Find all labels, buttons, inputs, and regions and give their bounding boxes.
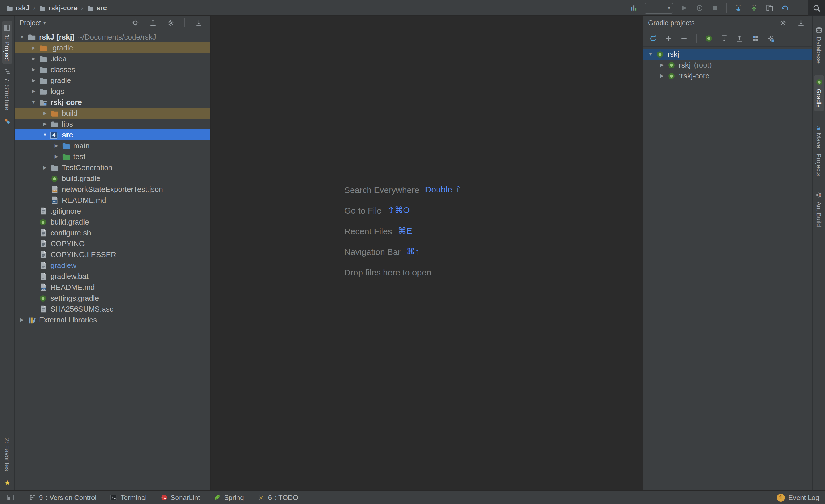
settings-icon[interactable] xyxy=(776,16,790,30)
chevron-collapsed-icon[interactable]: ▶ xyxy=(29,56,39,61)
shortcut-label: Search Everywhere xyxy=(344,185,420,194)
locate-icon[interactable] xyxy=(128,16,142,30)
tree-row[interactable]: COPYING xyxy=(15,238,210,249)
tree-row[interactable]: ▼rskJ [rskj]~/Documents/code/rskJ xyxy=(15,31,210,43)
status-item--version-control[interactable]: 9: Version Control xyxy=(29,493,96,501)
chevron-expanded-icon[interactable]: ▼ xyxy=(17,34,27,39)
toolwindow-tab-gradle[interactable]: Gradle xyxy=(814,75,824,111)
gradle-settings-icon[interactable] xyxy=(764,32,777,45)
toolwindow-tab-label: 2: Favorites xyxy=(4,438,11,471)
toolwindow-tab-database[interactable]: Database xyxy=(814,23,824,67)
breadcrumb-item[interactable]: rskj-core xyxy=(39,4,77,12)
toolwindow-tab-plugin[interactable] xyxy=(2,114,12,129)
status-item-terminal[interactable]: Terminal xyxy=(110,493,147,501)
vcs-update-icon[interactable]: VCS xyxy=(732,1,745,15)
search-everywhere-button[interactable] xyxy=(808,0,825,16)
add-icon[interactable] xyxy=(662,32,675,45)
source-folder-icon: 4 xyxy=(50,130,59,140)
toolwindow-tab-7-structure[interactable]: 7: Structure xyxy=(2,65,12,114)
tree-row[interactable]: ▶test xyxy=(15,151,210,162)
chevron-collapsed-icon[interactable]: ▶ xyxy=(29,67,39,72)
tree-row[interactable]: ▶classes xyxy=(15,64,210,75)
diff-icon[interactable] xyxy=(762,1,776,15)
tree-row[interactable]: ▶gradle xyxy=(15,75,210,86)
settings-icon[interactable] xyxy=(164,16,177,30)
chevron-collapsed-icon[interactable]: ▶ xyxy=(29,89,39,94)
tree-row[interactable]: COPYING.LESSER xyxy=(15,249,210,260)
tree-item-label: .idea xyxy=(51,53,66,64)
remove-icon[interactable] xyxy=(678,32,690,45)
tree-row[interactable]: build.gradle xyxy=(15,217,210,227)
refresh-icon[interactable] xyxy=(647,32,659,45)
collapse-all-icon[interactable] xyxy=(146,16,160,30)
tree-row[interactable]: ▶TestGeneration xyxy=(15,162,210,173)
chevron-collapsed-icon[interactable]: ▶ xyxy=(52,143,61,148)
tree-row[interactable]: SHA256SUMS.asc xyxy=(15,304,210,315)
tree-row[interactable]: ▼4src xyxy=(15,130,210,140)
toolwindows-icon[interactable] xyxy=(6,493,15,502)
toolwindow-tab-ant-build[interactable]: Ant Build xyxy=(814,188,824,230)
chevron-collapsed-icon[interactable]: ▶ xyxy=(52,154,61,159)
status-item--todo[interactable]: 6: TODO xyxy=(258,493,298,501)
shortcut-label: Drop files here to open xyxy=(344,267,431,277)
tree-row[interactable]: configure.sh xyxy=(15,227,210,238)
gradle-icon[interactable] xyxy=(702,32,715,45)
expand-all-icon[interactable] xyxy=(718,32,731,45)
tree-row[interactable]: build.gradle xyxy=(15,173,210,184)
plugin-toolwindow-icon xyxy=(3,118,11,125)
tree-row[interactable]: ▶main xyxy=(15,140,210,151)
event-log-button[interactable]: 1Event Log xyxy=(777,493,819,501)
gradle-icon xyxy=(656,50,665,59)
chevron-collapsed-icon[interactable]: ▶ xyxy=(29,45,39,51)
hide-icon[interactable] xyxy=(794,16,808,30)
tree-row[interactable]: ▼rskj-core xyxy=(15,97,210,108)
tree-row[interactable]: MDREADME.md xyxy=(15,195,210,205)
tree-row[interactable]: ▶rskj(root) xyxy=(644,60,812,70)
tree-row[interactable]: gradlew.bat xyxy=(15,271,210,282)
tree-row[interactable]: ▶:rskj-core xyxy=(644,70,812,81)
play-icon[interactable] xyxy=(677,1,691,15)
toolwindow-tab-1-project[interactable]: 1: Project xyxy=(2,21,12,65)
status-item-sonarlint[interactable]: SonarLint xyxy=(160,493,200,501)
group-modules-icon[interactable] xyxy=(749,32,761,45)
tree-row[interactable]: gradlew xyxy=(15,260,210,271)
sync-icon[interactable] xyxy=(627,1,641,15)
chevron-collapsed-icon[interactable]: ▶ xyxy=(40,110,50,116)
chevron-collapsed-icon[interactable]: ▶ xyxy=(17,317,27,322)
chevron-expanded-icon[interactable]: ▼ xyxy=(40,132,50,138)
tree-row[interactable]: settings.gradle xyxy=(15,293,210,304)
tree-row[interactable]: MDREADME.md xyxy=(15,282,210,293)
star-icon[interactable]: ★ xyxy=(3,478,12,487)
chevron-collapsed-icon[interactable]: ▶ xyxy=(40,121,50,127)
tree-row[interactable]: ▶logs xyxy=(15,86,210,97)
tree-row[interactable]: ▶.gradle xyxy=(15,43,210,53)
project-view-selector[interactable]: Project ▾ xyxy=(19,19,46,27)
tree-item-label: SHA256SUMS.asc xyxy=(51,304,114,315)
chevron-collapsed-icon[interactable]: ▶ xyxy=(657,73,667,78)
stop-icon[interactable] xyxy=(708,1,722,15)
rollback-icon[interactable] xyxy=(778,1,792,15)
collapse-all-icon[interactable] xyxy=(733,32,746,45)
chevron-collapsed-icon[interactable]: ▶ xyxy=(657,63,667,68)
chevron-collapsed-icon[interactable]: ▶ xyxy=(40,165,50,170)
toolwindow-tab-maven-projects[interactable]: mMaven Projects xyxy=(814,119,824,180)
tree-row[interactable]: ▶build xyxy=(15,108,210,118)
tree-row[interactable]: ▶External Libraries xyxy=(15,315,210,325)
breadcrumb-item[interactable]: src xyxy=(87,4,107,12)
tree-row[interactable]: .gitignore xyxy=(15,205,210,217)
status-item-spring[interactable]: Spring xyxy=(214,493,244,501)
vcs-commit-icon[interactable]: VCS xyxy=(747,1,761,15)
chevron-expanded-icon[interactable]: ▼ xyxy=(646,52,656,57)
tree-row[interactable]: ▶libs xyxy=(15,118,210,130)
coverage-icon[interactable] xyxy=(693,1,706,15)
tree-row[interactable]: ▶.idea xyxy=(15,53,210,64)
tree-row[interactable]: JSONnetworkStateExporterTest.json xyxy=(15,184,210,195)
chevron-expanded-icon[interactable]: ▼ xyxy=(29,100,39,105)
hide-icon[interactable] xyxy=(192,16,206,30)
toolwindow-tab-favorites[interactable]: 2: Favorites xyxy=(3,434,12,474)
run-configurations-dropdown[interactable]: ▾ xyxy=(645,3,673,13)
chevron-collapsed-icon[interactable]: ▶ xyxy=(29,78,39,83)
breadcrumb-item[interactable]: rskJ xyxy=(6,4,29,12)
tree-row[interactable]: ▼rskj xyxy=(644,49,812,60)
toolwindow-tab-label: Database xyxy=(816,37,822,64)
